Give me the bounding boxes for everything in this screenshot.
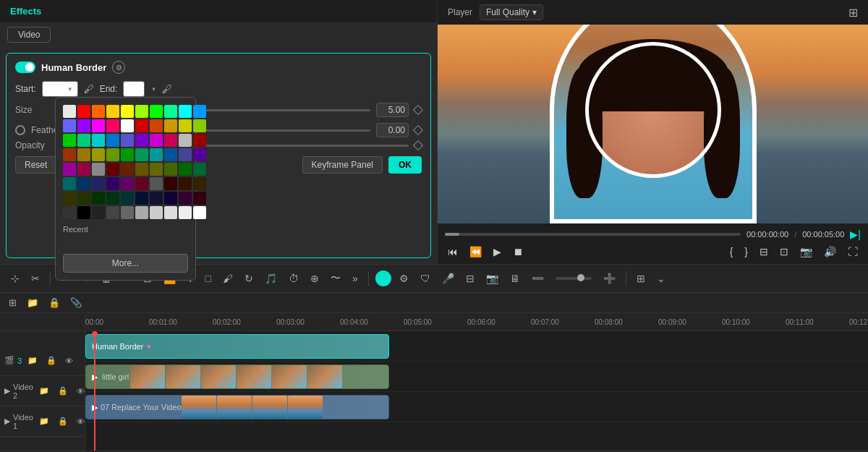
palette-cell[interactable]	[164, 192, 177, 205]
tool-settings[interactable]: ⚙	[396, 270, 412, 286]
palette-cell[interactable]	[106, 134, 119, 147]
tab-video[interactable]: Video	[7, 27, 51, 43]
keyframe-panel-btn[interactable]: Keyframe Panel	[302, 156, 383, 174]
palette-cell[interactable]	[63, 177, 76, 190]
track1-folder-btn[interactable]: 📁	[36, 415, 52, 427]
grid-view-icon[interactable]: ⊞	[848, 6, 858, 20]
palette-cell[interactable]	[193, 192, 206, 205]
palette-cell[interactable]	[135, 134, 148, 147]
palette-cell[interactable]	[121, 148, 134, 161]
palette-cell[interactable]	[135, 148, 148, 161]
palette-cell[interactable]	[193, 119, 206, 132]
palette-cell[interactable]	[135, 177, 148, 190]
palette-cell[interactable]	[150, 134, 163, 147]
palette-cell[interactable]	[92, 148, 105, 161]
palette-cell[interactable]	[77, 105, 90, 118]
palette-cell[interactable]	[135, 163, 148, 176]
volume-btn[interactable]: 🔊	[821, 244, 839, 259]
palette-cell[interactable]	[193, 163, 206, 176]
tool-shape[interactable]: □	[202, 270, 215, 286]
palette-cell[interactable]	[63, 206, 76, 219]
palette-cell[interactable]	[135, 192, 148, 205]
palette-cell[interactable]	[179, 148, 192, 161]
palette-cell[interactable]	[179, 119, 192, 132]
palette-cell[interactable]	[164, 105, 177, 118]
tool-vol-down[interactable]: ➖	[528, 270, 548, 286]
palette-cell[interactable]	[150, 206, 163, 219]
tool-rotate[interactable]: ↻	[241, 270, 257, 286]
start-eyedropper[interactable]: 🖋	[84, 83, 94, 95]
palette-cell[interactable]	[179, 206, 192, 219]
track2-lock-btn[interactable]: 🔒	[55, 385, 71, 397]
effect-toggle[interactable]	[15, 61, 35, 73]
palette-cell[interactable]	[135, 119, 148, 132]
palette-cell[interactable]	[63, 192, 76, 205]
palette-cell[interactable]	[179, 192, 192, 205]
palette-cell[interactable]	[77, 177, 90, 190]
feather-toggle[interactable]	[15, 125, 25, 135]
crop-btn[interactable]: ⊡	[777, 244, 791, 259]
ok-btn[interactable]: OK	[388, 156, 422, 174]
tl-add-track[interactable]: ⊞	[6, 296, 20, 310]
palette-cell[interactable]	[106, 163, 119, 176]
start-color-btn[interactable]: ▼	[42, 81, 78, 97]
palette-cell[interactable]	[164, 134, 177, 147]
palette-cell[interactable]	[106, 105, 119, 118]
opacity-keyframe[interactable]	[413, 140, 423, 150]
palette-cell[interactable]	[106, 119, 119, 132]
playhead[interactable]	[94, 331, 95, 451]
palette-cell[interactable]	[164, 148, 177, 161]
palette-cell[interactable]	[150, 105, 163, 118]
palette-cell[interactable]	[63, 134, 76, 147]
palette-cell[interactable]	[150, 163, 163, 176]
track3-lock-btn[interactable]: 🔒	[43, 354, 59, 367]
palette-cell[interactable]	[135, 206, 148, 219]
size-keyframe[interactable]	[413, 105, 423, 115]
palette-cell[interactable]	[77, 134, 90, 147]
tool-audio[interactable]: 🎵	[261, 270, 281, 286]
palette-cell[interactable]	[179, 163, 192, 176]
track1-lock-btn[interactable]: 🔒	[55, 415, 71, 427]
snapshot-btn[interactable]: 📷	[797, 244, 815, 259]
effect-settings-icon[interactable]: ⚙	[112, 61, 125, 74]
palette-cell[interactable]	[63, 163, 76, 176]
quality-dropdown[interactable]: Full Quality ▾	[480, 4, 543, 20]
palette-cell[interactable]	[121, 119, 134, 132]
palette-cell[interactable]	[121, 177, 134, 190]
tool-mic[interactable]: 🎤	[438, 270, 458, 286]
palette-cell[interactable]	[77, 119, 90, 132]
palette-cell[interactable]	[179, 105, 192, 118]
palette-cell[interactable]	[92, 192, 105, 205]
end-eyedropper[interactable]: 🖋	[162, 83, 172, 95]
palette-cell[interactable]	[193, 148, 206, 161]
palette-cell[interactable]	[77, 148, 90, 161]
mark-in-btn[interactable]: {	[727, 244, 736, 259]
tool-chevron-down[interactable]: ⌄	[653, 270, 669, 286]
tool-caption[interactable]: ⊟	[462, 270, 478, 286]
tool-select[interactable]: ⊹	[7, 270, 23, 286]
track3-folder-btn[interactable]: 📁	[25, 354, 41, 367]
palette-cell[interactable]	[179, 134, 192, 147]
skip-back-btn[interactable]: ⏮	[445, 244, 461, 259]
palette-cell[interactable]	[121, 134, 134, 147]
palette-cell[interactable]	[179, 177, 192, 190]
palette-cell[interactable]	[106, 177, 119, 190]
palette-cell[interactable]	[92, 119, 105, 132]
tool-monitor[interactable]: 🖥	[506, 270, 524, 286]
palette-cell[interactable]	[63, 119, 76, 132]
fullscreen-btn[interactable]: ⛶	[845, 244, 861, 259]
palette-cell[interactable]	[106, 206, 119, 219]
tool-camera[interactable]: 📷	[482, 270, 502, 286]
palette-cell[interactable]	[63, 148, 76, 161]
clip-bg[interactable]: ▶ 07 Replace Your Video	[85, 395, 389, 419]
tl-lock[interactable]: 🔒	[46, 296, 63, 310]
track2-folder-btn[interactable]: 📁	[36, 385, 52, 397]
palette-cell[interactable]	[150, 148, 163, 161]
play-btn[interactable]: ▶	[490, 244, 504, 259]
tool-grid[interactable]: ⊞	[633, 270, 649, 286]
more-colors-btn[interactable]: More...	[63, 254, 188, 273]
palette-cell[interactable]	[164, 119, 177, 132]
tool-vol-up[interactable]: ➕	[600, 270, 619, 286]
palette-cell[interactable]	[193, 134, 206, 147]
palette-cell[interactable]	[92, 177, 105, 190]
